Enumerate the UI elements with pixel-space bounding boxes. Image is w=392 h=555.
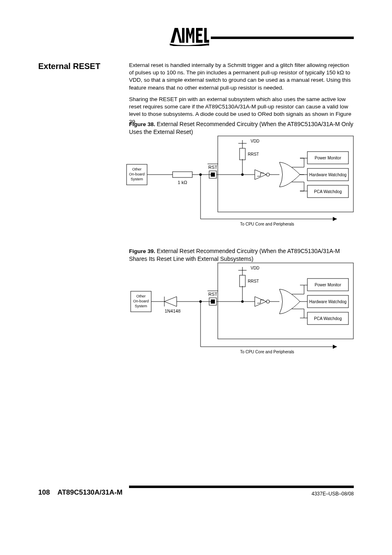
doc-title: AT89C5130A/31A-M [58,488,122,496]
paragraph: External reset is handled internally by … [129,62,354,92]
svg-text:To CPU Core and Peripherals: To CPU Core and Peripherals [240,222,294,226]
section-title: External RESET [38,62,125,71]
figure-title: External Reset Recommended Circuitry (Wh… [129,121,353,135]
svg-rect-24 [240,148,245,160]
svg-text:System: System [131,177,143,181]
figure-38: 1 kΩ RST VDD [123,134,357,228]
reg-mark: ® [208,44,209,46]
svg-rect-0 [182,28,184,43]
svg-text:Power Monitor: Power Monitor [315,283,341,287]
svg-text:1 kΩ: 1 kΩ [178,180,187,185]
svg-rect-6 [204,40,209,43]
figure-number: Figure 39. [129,248,155,254]
svg-rect-64 [211,299,215,304]
svg-rect-4 [196,28,198,43]
figure-number: Figure 38. [129,121,155,127]
svg-marker-15 [333,217,337,221]
footer-left: 108 AT89C5130A/31A-M [38,488,122,497]
svg-text:1N4148: 1N4148 [165,309,181,313]
figure-title: External Reset Recommended Circuitry (Wh… [129,248,340,262]
svg-text:Hardware Watchdog: Hardware Watchdog [309,299,347,304]
svg-marker-55 [164,297,177,306]
atmel-logo: ® [170,27,209,46]
svg-marker-62 [333,345,337,349]
svg-text:Other: Other [132,167,142,171]
footer-rule [129,486,354,488]
doc-rev: 4337E–USB–08/08 [311,491,354,497]
svg-text:RRST: RRST [248,279,259,283]
svg-text:RRST: RRST [248,152,259,157]
figure-39: 1N4148 RST VDD RRST [123,260,357,355]
svg-text:PCA Watchdog: PCA Watchdog [314,189,341,194]
svg-rect-71 [240,275,245,287]
svg-rect-17 [211,173,215,177]
svg-text:Other: Other [136,294,146,298]
svg-text:To CPU Core and Peripherals: To CPU Core and Peripherals [240,350,294,354]
svg-text:Power Monitor: Power Monitor [315,156,341,160]
svg-text:On-board: On-board [129,172,145,176]
svg-text:VDD: VDD [251,266,259,270]
footer-right: 4337E–USB–08/08 [311,491,354,497]
svg-text:VDD: VDD [251,139,259,143]
svg-rect-9 [173,172,192,177]
svg-text:Hardware Watchdog: Hardware Watchdog [309,173,347,177]
svg-text:RST: RST [208,165,217,170]
svg-text:PCA Watchdog: PCA Watchdog [314,316,341,321]
page-number: 108 [38,488,50,496]
section-heading: External RESET [38,62,125,74]
svg-text:On-board: On-board [133,299,149,303]
svg-text:System: System [135,304,147,308]
svg-text:RST: RST [208,292,217,297]
header-rule [211,37,354,39]
